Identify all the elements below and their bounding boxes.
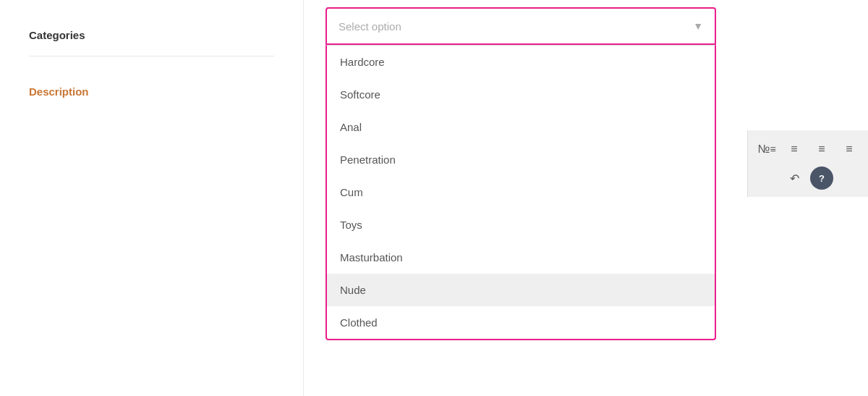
help-button[interactable]: ? [810, 167, 833, 190]
right-panel: Select option ▼ HardcoreSoftcoreAnalPene… [304, 0, 868, 396]
align-center-button[interactable]: ≡ [810, 138, 833, 161]
align-right-button[interactable]: ≡ [838, 138, 861, 161]
categories-label: Categories [29, 29, 274, 41]
description-label: Description [29, 85, 274, 98]
dropdown-list: HardcoreSoftcoreAnalPenetrationCumToysMa… [326, 45, 716, 340]
ordered-list-button[interactable]: №​≡ [755, 138, 778, 161]
chevron-down-icon: ▼ [693, 20, 703, 32]
dropdown-item[interactable]: Anal [327, 111, 715, 143]
divider-1 [29, 56, 274, 56]
dropdown-item[interactable]: Masturbation [327, 241, 715, 274]
dropdown-placeholder: Select option [339, 20, 401, 33]
dropdown-item[interactable]: Cum [327, 176, 715, 208]
text-toolbar: №​≡ ≡ ≡ ≡ ↶ ? [747, 130, 868, 197]
dropdown-item[interactable]: Hardcore [327, 46, 715, 78]
dropdown-item[interactable]: Softcore [327, 78, 715, 111]
align-left-button[interactable]: ≡ [783, 138, 806, 161]
toolbar-row-2: ↶ ? [783, 167, 833, 190]
left-panel: Categories Description [0, 0, 304, 396]
dropdown-trigger[interactable]: Select option ▼ [326, 7, 716, 45]
dropdown-item[interactable]: Clothed [327, 306, 715, 339]
page-layout: Categories Description Select option ▼ H… [0, 0, 868, 396]
dropdown-item[interactable]: Penetration [327, 143, 715, 176]
dropdown-item[interactable]: Toys [327, 208, 715, 241]
categories-dropdown[interactable]: Select option ▼ HardcoreSoftcoreAnalPene… [326, 7, 716, 340]
toolbar-row-1: №​≡ ≡ ≡ ≡ [755, 138, 861, 161]
dropdown-item[interactable]: Nude [327, 274, 715, 306]
redo-button[interactable]: ↶ [783, 167, 806, 190]
